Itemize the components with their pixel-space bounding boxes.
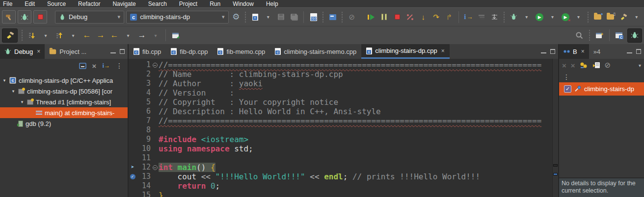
- code-line[interactable]: 10using namespace std;: [129, 144, 558, 153]
- open-element-button[interactable]: ●: [592, 11, 603, 24]
- view-menu-button[interactable]: ⋮: [116, 63, 123, 68]
- fold-collapse-icon[interactable]: −: [153, 165, 158, 170]
- step-into-button[interactable]: ↓: [418, 11, 429, 24]
- breakpoint-marker-icon[interactable]: ✓: [130, 174, 135, 179]
- debug-button[interactable]: [18, 10, 31, 24]
- debug-perspective-button[interactable]: [627, 28, 642, 43]
- new-wizard-dropdown[interactable]: ▾: [263, 11, 273, 24]
- code-line[interactable]: 6// Description : Hello World in C++, An…: [129, 107, 558, 116]
- previous-annotation-dropdown[interactable]: ▾: [67, 29, 79, 42]
- mark-occurrences-toolbar-button[interactable]: [618, 11, 629, 24]
- editor-tab-fib-cpp[interactable]: cfib.cpp: [129, 44, 166, 59]
- code-line[interactable]: 11: [129, 153, 558, 163]
- remove-all-terminated-button[interactable]: ×: [92, 62, 97, 70]
- menu-item-window[interactable]: Window: [233, 0, 254, 7]
- last-edit-location-button[interactable]: ←: [81, 29, 93, 42]
- run-history-button[interactable]: ▶: [534, 11, 545, 24]
- menu-item-help[interactable]: Help: [266, 0, 278, 7]
- new-wizard-button[interactable]: +: [250, 11, 261, 24]
- tree-expander-icon[interactable]: ▾: [20, 99, 25, 104]
- menu-item-run[interactable]: Run: [210, 0, 220, 7]
- line-margin[interactable]: ✓: [129, 174, 136, 179]
- code-line[interactable]: 2// Name : climbing-stairs-dp.cpp: [129, 70, 558, 79]
- next-annotation-button[interactable]: [26, 29, 38, 42]
- breakpoint-list-item[interactable]: ✓ climbing-stairs-dp: [559, 82, 644, 96]
- debug-tree-row[interactable]: gdb (9.2): [0, 118, 128, 129]
- step-return-button[interactable]: ↱: [444, 11, 455, 24]
- no-instruction-pointer-button[interactable]: ⊘: [346, 11, 357, 24]
- menu-item-search[interactable]: Search: [148, 0, 167, 7]
- skip-all-breakpoints-button[interactable]: ⊘: [605, 61, 611, 70]
- menu-item-project[interactable]: Project: [179, 0, 197, 7]
- tab-overflow[interactable]: »4: [589, 44, 605, 59]
- tab-breakpoints[interactable]: B ×: [559, 44, 589, 59]
- save-all-button[interactable]: [289, 11, 299, 24]
- code-line[interactable]: 15}: [129, 191, 558, 197]
- link-with-debug-view-button[interactable]: [592, 62, 600, 69]
- step-over-button[interactable]: ↷: [430, 11, 441, 24]
- maximize-button[interactable]: [120, 49, 125, 54]
- terminate-button[interactable]: [392, 11, 402, 24]
- debug-history-dropdown[interactable]: ▾: [521, 11, 532, 24]
- save-button[interactable]: [276, 11, 287, 24]
- code-line[interactable]: 4// Version :: [129, 88, 558, 98]
- stop-build-button[interactable]: [33, 10, 47, 24]
- code-line[interactable]: 8: [129, 125, 558, 135]
- mark-occurrences-dropdown[interactable]: ▾: [631, 11, 642, 24]
- launch-target-select[interactable]: c climbing-stairs-dp ▾: [126, 11, 228, 24]
- code-line[interactable]: ✓13 cout << "!!!Hello World!!!" << endl;…: [129, 172, 558, 181]
- launch-config-mode-select[interactable]: Debug ▾: [55, 11, 124, 24]
- instruction-stepping-toggle[interactable]: i→: [102, 62, 110, 70]
- debug-tree-row[interactable]: main() at climbing-stairs-: [0, 107, 128, 118]
- remove-breakpoint-button[interactable]: ×: [562, 61, 566, 70]
- menu-item-file[interactable]: File: [3, 0, 12, 7]
- code-line[interactable]: 5// Copyright : Your copyright notice: [129, 98, 558, 107]
- search-button[interactable]: [573, 29, 585, 42]
- step-filters-button[interactable]: [489, 11, 500, 24]
- menu-item-refactor[interactable]: Refactor: [78, 0, 100, 7]
- close-icon[interactable]: ×: [581, 48, 585, 55]
- code-line[interactable]: 9#include <iostream>: [129, 135, 558, 144]
- minimize-button[interactable]: [627, 49, 632, 53]
- cpp-perspective-button[interactable]: C: [614, 29, 625, 42]
- code-line[interactable]: 3// Author : yaoki: [129, 79, 558, 88]
- view-tab-project[interactable]: Project ...: [45, 44, 91, 59]
- show-stack-frames-button[interactable]: [476, 11, 487, 24]
- memory-view-button[interactable]: [327, 11, 338, 24]
- debug-tree-row[interactable]: ▾cclimbing-stairs-dp [C/C++ Applica: [0, 75, 128, 86]
- minimize-button[interactable]: [110, 49, 116, 53]
- overview-ruler[interactable]: [552, 59, 558, 197]
- code-line[interactable]: 14 return 0;: [129, 181, 558, 191]
- forward-dropdown[interactable]: ▾: [150, 29, 161, 42]
- editor-tab-climbing-stairs-dp-cpp[interactable]: cclimbing-stairs-dp.cpp×: [361, 44, 449, 59]
- menu-item-navigate[interactable]: Navigate: [112, 0, 135, 7]
- close-icon[interactable]: ×: [37, 48, 40, 55]
- open-resource-button[interactable]: ▯: [605, 11, 616, 24]
- forward-button[interactable]: →: [136, 29, 148, 42]
- close-icon[interactable]: ×: [441, 48, 445, 54]
- next-edit-location-button[interactable]: →: [95, 29, 107, 42]
- maximize-button[interactable]: [550, 49, 555, 54]
- resume-button[interactable]: [366, 11, 376, 24]
- suspend-button[interactable]: [379, 11, 390, 24]
- code-editor[interactable]: 1−//====================================…: [129, 59, 558, 197]
- launch-settings-gear-icon[interactable]: ⚙: [231, 11, 242, 24]
- run-history-dropdown[interactable]: ▾: [547, 11, 558, 24]
- code-line[interactable]: 7//=====================================…: [129, 116, 558, 125]
- menu-item-edit[interactable]: Edit: [25, 0, 35, 7]
- code-line[interactable]: 1−//====================================…: [129, 60, 558, 70]
- show-supported-breakpoints-button[interactable]: [580, 62, 588, 69]
- back-dropdown[interactable]: ▾: [122, 29, 134, 42]
- build-button[interactable]: [2, 10, 16, 24]
- fold-collapse-icon[interactable]: −: [153, 63, 158, 68]
- code-line[interactable]: ➤12−int main() {: [129, 163, 558, 172]
- fold-margin[interactable]: −: [151, 63, 159, 68]
- debug-tree-row[interactable]: ▾Thread #1 [climbing-stairs]: [0, 97, 128, 107]
- editor-tab-climbing-stairs-memo-cpp[interactable]: cclimbing-stairs-memo.cpp: [270, 44, 361, 59]
- collapse-all-button[interactable]: [79, 63, 86, 69]
- debug-tree-row[interactable]: ▾climbing-stairs-dp [50586] [cor: [0, 86, 128, 97]
- toggle-mark-occurrences-button[interactable]: [2, 28, 18, 43]
- remove-all-breakpoints-button[interactable]: ×: [571, 61, 575, 70]
- line-margin[interactable]: ➤: [129, 163, 136, 172]
- profile-history-dropdown[interactable]: ▾: [573, 11, 584, 24]
